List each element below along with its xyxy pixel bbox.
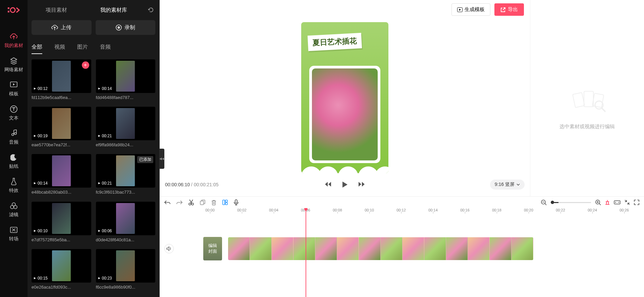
asset-duration: 00:10 <box>34 229 48 233</box>
tab-project-assets[interactable]: 项目素材 <box>28 1 85 20</box>
asset-item[interactable]: 00:14 e48bcab8280ab03... <box>32 154 91 197</box>
forward-button[interactable] <box>358 181 365 188</box>
redo-button[interactable] <box>176 200 182 205</box>
ruler-tick: 00:00 <box>203 208 217 212</box>
svg-rect-13 <box>584 91 593 107</box>
svg-rect-12 <box>573 93 585 108</box>
nav-audio[interactable]: 音频 <box>0 125 28 149</box>
filter-video[interactable]: 视频 <box>54 41 65 54</box>
clip-frame <box>315 237 337 260</box>
nav-sticker[interactable]: 贴纸 <box>0 149 28 174</box>
nav-text[interactable]: 文本 <box>0 101 28 125</box>
svg-rect-22 <box>235 200 237 203</box>
time-display: 00:00:06:10 / 00:00:21:05 <box>165 182 219 187</box>
asset-duration: 00:14 <box>34 181 48 186</box>
asset-item[interactable]: 00:14 fdd46488faed787... <box>96 59 156 102</box>
export-button[interactable]: 导出 <box>494 3 524 16</box>
placeholder-hint: 选中素材或视频进行编辑 <box>559 123 615 130</box>
aspect-ratio-selector[interactable]: 9:16 竖屏 <box>490 180 525 190</box>
nav-label: 音频 <box>9 139 18 145</box>
asset-thumbnail: 00:14 <box>96 59 156 93</box>
collapse-tracks-button[interactable] <box>625 200 630 205</box>
video-clip[interactable] <box>228 237 533 260</box>
nav-label: 文本 <box>9 115 18 121</box>
preview-photo-frame <box>309 66 380 163</box>
clip-frame <box>468 237 490 260</box>
asset-item[interactable]: 00:15 e0e26aca1ffd093c... <box>32 249 91 292</box>
split-button[interactable] <box>189 199 194 205</box>
asset-filename: d0de428f640c81a... <box>96 237 156 242</box>
ruler-tick: 00:26 <box>618 208 631 212</box>
asset-thumbnail: 00:23 <box>96 249 156 283</box>
asset-item[interactable]: 00:06 d0de428f640c81a... <box>96 202 156 244</box>
layers-icon <box>10 57 18 65</box>
mic-button[interactable] <box>234 199 238 205</box>
filter-audio[interactable]: 音频 <box>100 41 111 54</box>
filter-image[interactable]: 图片 <box>77 41 88 54</box>
add-asset-button[interactable]: + <box>82 61 89 69</box>
fullscreen-button[interactable] <box>634 200 639 205</box>
export-icon <box>500 7 506 12</box>
nav-label: 特效 <box>9 188 18 194</box>
playhead[interactable] <box>306 208 306 297</box>
upload-button[interactable]: 上传 <box>32 20 92 35</box>
nav-templates[interactable]: 模板 <box>0 77 28 101</box>
upload-label: 上传 <box>61 24 71 31</box>
video-preview[interactable]: 夏日艺术插花 <box>301 22 388 173</box>
music-icon <box>10 129 18 137</box>
asset-filename: eae5770be7ea72f... <box>32 142 91 147</box>
arrange-button[interactable] <box>222 200 228 205</box>
filter-all[interactable]: 全部 <box>32 41 42 54</box>
track-mute-button[interactable] <box>164 244 174 253</box>
clip-frame <box>424 237 446 260</box>
asset-item[interactable]: 00:23 f6cc9e8a986b90f0... <box>96 249 156 292</box>
record-icon <box>116 24 122 31</box>
svg-rect-21 <box>225 203 227 205</box>
copy-button[interactable] <box>200 200 205 205</box>
asset-filename: fd112b9e5caaf6ea... <box>32 95 91 100</box>
nav-filter[interactable]: 滤镜 <box>0 198 28 222</box>
nav-my-assets[interactable]: 我的素材 <box>0 29 28 53</box>
ruler-tick: 00:08 <box>331 208 344 212</box>
asset-duration: 00:14 <box>98 86 112 91</box>
generate-template-button[interactable]: 生成模板 <box>451 3 490 16</box>
undo-button[interactable] <box>164 200 170 205</box>
asset-item[interactable]: 已添加 00:21 fc9c3f6013bac773... <box>96 154 156 197</box>
svg-rect-0 <box>8 7 9 9</box>
marker-button[interactable] <box>605 200 610 205</box>
nav-label: 我的素材 <box>4 43 23 49</box>
play-button[interactable] <box>342 181 348 188</box>
asset-thumbnail: 已添加 00:21 <box>96 154 156 188</box>
flask-icon <box>10 178 18 186</box>
ruler-tick: 00:10 <box>363 208 376 212</box>
asset-item[interactable]: + 00:12 fd112b9e5caaf6ea... <box>32 59 91 102</box>
zoom-in-button[interactable] <box>595 199 601 205</box>
fit-button[interactable] <box>614 200 621 204</box>
nav-transition[interactable]: 转场 <box>0 222 28 246</box>
venn-icon <box>10 202 18 210</box>
delete-button[interactable] <box>211 200 216 205</box>
ruler-tick: 00:24 <box>586 208 599 212</box>
asset-item[interactable]: 00:19 eae5770be7ea72f... <box>32 107 91 149</box>
preview-title-card: 夏日艺术插花 <box>308 33 362 51</box>
asset-item[interactable]: 00:21 ef9ffa986fa98b24... <box>96 107 156 149</box>
asset-filename: fdd46488faed787... <box>96 95 156 100</box>
placeholder-icon <box>567 87 607 113</box>
asset-filename: f6cc9e8a986b90f0... <box>96 285 156 290</box>
chevron-left-icon: ◀◀ <box>159 157 165 160</box>
refresh-button[interactable] <box>143 7 159 13</box>
zoom-slider[interactable] <box>554 202 591 203</box>
nav-web-assets[interactable]: 网络素材 <box>0 53 28 77</box>
rewind-button[interactable] <box>324 181 332 188</box>
nav-label: 网络素材 <box>4 67 23 73</box>
zoom-out-button[interactable] <box>541 199 547 205</box>
timeline-ruler[interactable]: 00:0000:0200:0400:0600:0800:1000:1200:14… <box>180 208 644 217</box>
asset-duration: 00:23 <box>98 276 112 281</box>
svg-point-2 <box>10 8 15 12</box>
collapse-panel-button[interactable]: ◀◀ <box>160 149 164 169</box>
nav-effects[interactable]: 特效 <box>0 174 28 198</box>
tab-my-library[interactable]: 我的素材库 <box>85 1 143 20</box>
edit-cover-button[interactable]: 编辑 封面 <box>203 237 222 260</box>
record-button[interactable]: 录制 <box>96 20 156 35</box>
asset-item[interactable]: 00:10 e7df7572ff85e5ba... <box>32 202 91 244</box>
